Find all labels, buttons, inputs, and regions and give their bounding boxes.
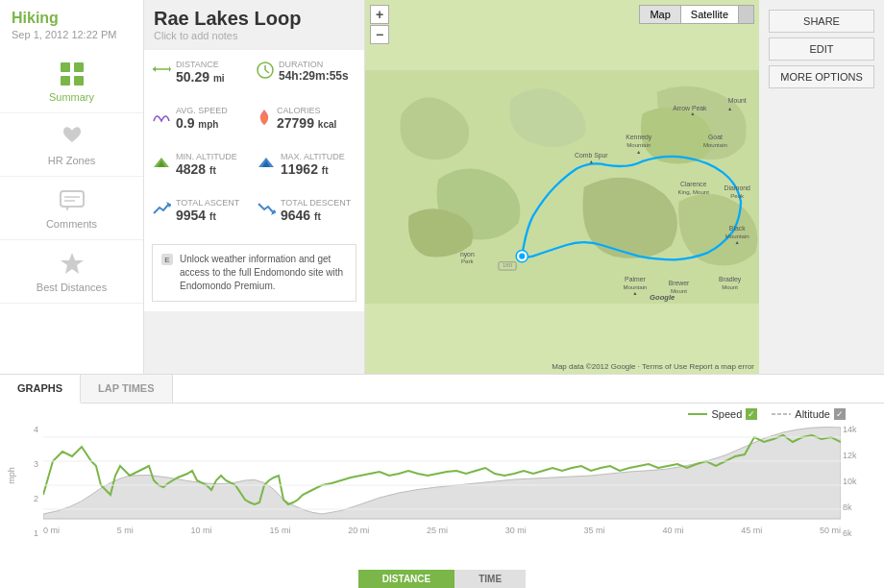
svg-text:Google: Google xyxy=(650,293,675,302)
svg-text:▲: ▲ xyxy=(727,106,732,111)
chart-svg xyxy=(43,408,841,524)
altitude-legend: Altitude ✓ xyxy=(772,408,846,420)
map-toggle-handle[interactable] xyxy=(738,6,753,23)
altitude-legend-label: Altitude xyxy=(795,408,830,420)
max-altitude-icon xyxy=(257,154,276,172)
map-type-toggle[interactable]: Map Satellite xyxy=(639,5,754,24)
ascent-icon xyxy=(152,200,171,218)
sidebar-date: Sep 1, 2012 12:22 PM xyxy=(0,29,143,50)
svg-text:180: 180 xyxy=(503,262,513,268)
svg-rect-4 xyxy=(61,191,84,207)
svg-marker-5 xyxy=(65,207,69,211)
max-altitude-label: MAX. ALTITUDE xyxy=(281,152,345,161)
svg-text:▲: ▲ xyxy=(632,290,637,296)
comments-icon xyxy=(58,186,86,215)
y-axis-right: 14k 12k 10k 8k 6k xyxy=(843,425,881,538)
svg-text:Clarence: Clarence xyxy=(680,181,707,187)
svg-text:▲: ▲ xyxy=(589,159,594,164)
altitude-checkbox[interactable]: ✓ xyxy=(834,408,846,420)
speed-line-indicator xyxy=(688,413,707,415)
svg-text:Diamond: Diamond xyxy=(724,184,751,191)
distance-value: 50.29 mi xyxy=(176,69,225,85)
svg-text:nyon: nyon xyxy=(460,251,475,258)
svg-text:Mountain: Mountain xyxy=(623,284,647,290)
svg-text:Park: Park xyxy=(461,258,474,264)
svg-text:Goat: Goat xyxy=(708,134,723,140)
svg-text:Mountain: Mountain xyxy=(626,143,651,149)
svg-text:▲: ▲ xyxy=(690,110,695,116)
stat-avg-speed: AVG. SPEED 0.9 mph xyxy=(152,106,252,131)
svg-text:Kennedy: Kennedy xyxy=(626,134,652,141)
descent-icon xyxy=(257,200,276,218)
svg-text:Brewer: Brewer xyxy=(669,280,690,286)
edit-button[interactable]: EDIT xyxy=(769,37,874,61)
map-svg: Arrow Peak ▲ Mount ▲ Kennedy Mountain ▲ … xyxy=(365,0,759,374)
map-attribution: Map data ©2012 Google · Terms of Use Rep… xyxy=(552,362,754,371)
share-button[interactable]: SHARE xyxy=(769,10,874,33)
total-descent-label: TOTAL DESCENT xyxy=(281,198,351,208)
map-view-button[interactable]: Map xyxy=(640,6,679,23)
svg-text:Black: Black xyxy=(729,225,746,232)
total-ascent-label: TOTAL ASCENT xyxy=(176,198,239,208)
time-button[interactable]: TIME xyxy=(454,570,526,588)
duration-value: 54h:29m:55s xyxy=(279,69,349,83)
svg-text:King, Mount: King, Mount xyxy=(677,189,709,195)
sidebar-item-hr-zones[interactable]: HR Zones xyxy=(0,113,143,177)
stat-total-descent: TOTAL DESCENT 9646 ft xyxy=(257,198,356,223)
distance-icon xyxy=(152,61,171,80)
chart-section: GRAPHS LAP TIMES Speed ✓ Altitude ✓ 4 xyxy=(0,374,884,588)
stat-max-altitude: MAX. ALTITUDE 11962 ft xyxy=(257,152,356,177)
avg-speed-icon xyxy=(152,108,171,128)
total-ascent-value: 9954 ft xyxy=(176,208,239,223)
svg-rect-3 xyxy=(74,76,84,86)
avg-speed-value: 0.9 mph xyxy=(176,115,228,131)
zoom-in-button[interactable]: + xyxy=(370,5,389,24)
distance-button[interactable]: DISTANCE xyxy=(358,570,454,588)
zoom-out-button[interactable]: − xyxy=(370,25,389,44)
satellite-view-button[interactable]: Satellite xyxy=(680,6,738,23)
sidebar: Hiking Sep 1, 2012 12:22 PM Summary HR Z… xyxy=(0,0,144,374)
stat-duration: DURATION 54h:29m:55s xyxy=(257,60,356,85)
sidebar-item-comments[interactable]: Comments xyxy=(0,177,143,240)
stats-panel: DISTANCE 50.29 mi DURATION 54h:29m:55s xyxy=(144,50,365,311)
premium-text: Unlock weather information and get acces… xyxy=(180,253,348,293)
svg-text:Mount: Mount xyxy=(728,97,747,104)
stat-calories: CALORIES 27799 kcal xyxy=(257,106,356,131)
action-buttons: SHARE EDIT MORE OPTIONS xyxy=(759,0,884,374)
stat-min-altitude: MIN. ALTITUDE 4828 ft xyxy=(152,152,252,177)
sidebar-activity-type: Hiking xyxy=(0,10,143,29)
svg-text:Mountain: Mountain xyxy=(703,143,727,149)
calories-icon xyxy=(257,108,272,130)
speed-checkbox[interactable]: ✓ xyxy=(746,408,757,420)
svg-text:▲: ▲ xyxy=(735,239,740,245)
svg-point-21 xyxy=(519,254,525,259)
duration-label: DURATION xyxy=(279,60,349,69)
svg-rect-1 xyxy=(74,62,84,72)
min-altitude-value: 4828 ft xyxy=(176,161,237,177)
svg-rect-0 xyxy=(61,62,70,72)
premium-icon: E xyxy=(160,253,174,270)
svg-rect-2 xyxy=(61,76,70,86)
tab-graphs[interactable]: GRAPHS xyxy=(0,375,81,404)
click-to-add-notes[interactable]: Click to add notes xyxy=(154,30,355,41)
svg-line-10 xyxy=(265,70,269,73)
chart-area: Speed ✓ Altitude ✓ 4 3 2 1 mph 14k xyxy=(0,404,884,567)
tab-lap-times[interactable]: LAP TIMES xyxy=(81,375,172,403)
stat-distance: DISTANCE 50.29 mi xyxy=(152,60,252,85)
activity-title: Rae Lakes Loop xyxy=(154,8,355,30)
sidebar-item-summary[interactable]: Summary xyxy=(0,50,143,113)
calories-value: 27799 kcal xyxy=(277,115,336,131)
sidebar-item-best-distances[interactable]: Best Distances xyxy=(0,240,143,304)
x-axis: 0 mi 5 mi 10 mi 15 mi 20 mi 25 mi 30 mi … xyxy=(43,526,841,535)
svg-text:Palmer: Palmer xyxy=(625,276,646,282)
svg-text:Mount: Mount xyxy=(722,284,738,290)
svg-text:Mountain: Mountain xyxy=(725,233,749,239)
best-distances-icon xyxy=(58,250,86,279)
more-options-button[interactable]: MORE OPTIONS xyxy=(769,65,874,88)
map-zoom-controls[interactable]: + − xyxy=(370,5,389,44)
summary-icon xyxy=(58,60,86,88)
map-container: + − Map Satellite xyxy=(365,0,759,374)
hr-zones-icon xyxy=(58,123,86,152)
calories-label: CALORIES xyxy=(277,106,336,115)
chart-tabs: GRAPHS LAP TIMES xyxy=(0,375,884,404)
